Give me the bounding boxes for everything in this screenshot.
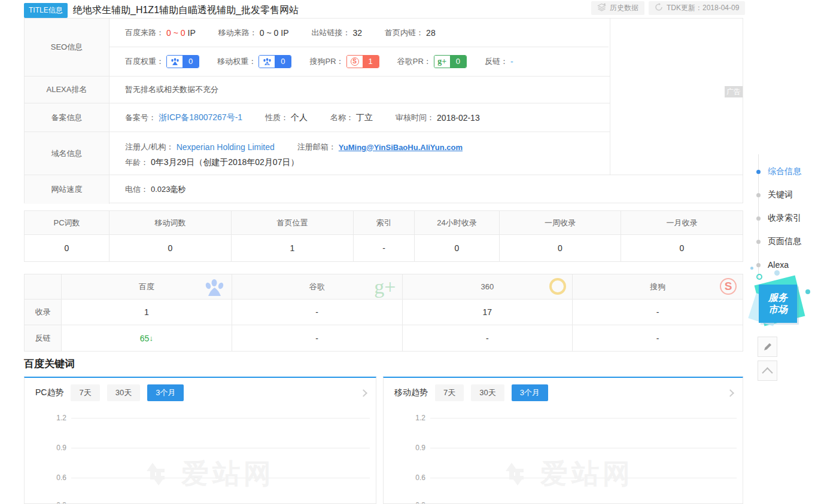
trend-down-icon: ↓ bbox=[149, 334, 153, 343]
site-speed-row: 网站速度 电信： 0.023毫秒 bbox=[25, 175, 743, 204]
mobile-range-3m-button[interactable]: 3个月 bbox=[512, 384, 548, 401]
svg-text:M: M bbox=[266, 62, 268, 66]
google-pr-badge[interactable]: g+ 0 bbox=[434, 55, 467, 68]
stats-value-cell: 0 bbox=[110, 235, 232, 261]
service-market-label: 服务 市场 bbox=[759, 285, 797, 323]
decorative-dot bbox=[750, 267, 753, 270]
site-speed-content: 电信： 0.023毫秒 bbox=[110, 175, 743, 204]
title-type-badge: TITLE信息 bbox=[24, 3, 68, 18]
stats-value-cell: 1 bbox=[232, 235, 354, 261]
engine-360-header: 360 bbox=[403, 274, 573, 299]
backlink-google-value: - bbox=[232, 325, 403, 351]
nav-item-alexa[interactable]: Alexa bbox=[755, 259, 789, 270]
mobile-trend-panel: 移动趋势 7天 30天 3个月 1.2 0.9 0.6 0.3 爱站网 bbox=[383, 377, 743, 504]
stats-header-cell: 24小时收录 bbox=[415, 211, 500, 234]
mobile-paw-icon: M bbox=[259, 56, 275, 68]
refresh-icon bbox=[655, 3, 663, 13]
engine-baidu-header: 百度 bbox=[62, 274, 232, 299]
icp-audit-time: 审核时间： 2018-02-13 bbox=[396, 112, 480, 123]
include-baidu-value: 1 bbox=[62, 300, 232, 325]
pc-range-30d-button[interactable]: 30天 bbox=[107, 384, 140, 401]
decorative-dot bbox=[756, 274, 762, 280]
google-plus-icon: g+ bbox=[374, 278, 396, 296]
mobile-trend-next-icon[interactable] bbox=[726, 389, 734, 397]
page-title: 绝地求生辅助_H1Z1辅助自瞄透视辅助_批发零售网站 bbox=[73, 4, 299, 17]
domain-info-content: 注册人/机构： Nexperian Holding Limited 注册邮箱： … bbox=[110, 132, 609, 175]
pc-trend-panel: PC趋势 7天 30天 3个月 1.2 0.9 0.6 0.3 爱站网 bbox=[24, 377, 376, 504]
backlink-360-value: - bbox=[403, 325, 573, 351]
sogou-pr-badge[interactable]: S 1 bbox=[346, 55, 379, 68]
backlink-baidu-value: 65 ↓ bbox=[62, 325, 232, 351]
baidu-weight-badge[interactable]: 0 bbox=[166, 55, 199, 68]
aizhan-logo-icon bbox=[497, 457, 532, 491]
mobile-weight: 移动权重： M 0 bbox=[217, 55, 291, 68]
include-sogou-value: - bbox=[573, 300, 743, 325]
gridline bbox=[430, 448, 737, 448]
engines-backlink-row: 反链 65 ↓ - - - bbox=[25, 325, 743, 351]
nav-item-overview[interactable]: 综合信息 bbox=[755, 166, 801, 177]
engine-sogou-header: 搜狗 S bbox=[573, 274, 743, 299]
stats-header-cell: 一周收录 bbox=[500, 211, 621, 234]
mobile-visits-value: 0 ~ 0 bbox=[260, 28, 279, 38]
engines-corner-cell bbox=[25, 274, 62, 299]
icp-number-link[interactable]: 浙ICP备18007267号-1 bbox=[159, 112, 242, 123]
gridline bbox=[430, 478, 737, 478]
engine-google-header: 谷歌 g+ bbox=[232, 274, 403, 299]
y-axis-tick: 1.2 bbox=[31, 414, 66, 422]
aizhan-logo-icon bbox=[138, 457, 173, 491]
include-row-label: 收录 bbox=[25, 300, 62, 325]
aizhan-watermark: 爱站网 bbox=[138, 456, 275, 493]
stats-header-row: PC词数 移动词数 首页位置 索引 24小时收录 一周收录 一月收录 bbox=[25, 211, 743, 235]
include-360-value: 17 bbox=[403, 300, 573, 325]
nav-item-index[interactable]: 收录索引 bbox=[755, 213, 801, 224]
nav-item-page-info[interactable]: 页面信息 bbox=[755, 236, 801, 247]
homepage-internal-links: 首页内链： 28 bbox=[385, 28, 436, 38]
domain-registrant-line: 注册人/机构： Nexperian Holding Limited 注册邮箱： … bbox=[125, 139, 609, 155]
stats-value-cell: 0 bbox=[25, 235, 110, 261]
outbound-links-value: 32 bbox=[353, 28, 363, 38]
site-info-table: SEO信息 百度来路： 0 ~ 0 IP 移动来路： 0 ~ 0 IP 出站链接… bbox=[24, 18, 743, 203]
decorative-dot bbox=[774, 270, 780, 276]
gridline bbox=[71, 478, 370, 478]
icp-name: 名称： 丁立 bbox=[330, 112, 373, 123]
stats-value-cell: 0 bbox=[415, 235, 500, 261]
icp-number: 备案号： 浙ICP备18007267号-1 bbox=[125, 112, 242, 123]
alexa-rank-content: 暂无排名或相关数据不充分 bbox=[110, 77, 609, 103]
domain-email-link[interactable]: YuMing@YinSiBaoHu.AliYun.com bbox=[339, 143, 463, 152]
tdk-update-button[interactable]: TDK更新：2018-04-09 bbox=[649, 1, 745, 15]
stats-value-cell: - bbox=[354, 235, 415, 261]
baidu-visits-value: 0 ~ 0 bbox=[166, 28, 185, 38]
mobile-range-30d-button[interactable]: 30天 bbox=[471, 384, 504, 401]
ad-placeholder-area: 广告 bbox=[610, 19, 743, 175]
stats-value-row: 0 0 1 - 0 0 0 bbox=[25, 235, 743, 261]
mobile-range-7d-button[interactable]: 7天 bbox=[435, 384, 464, 401]
stats-value-cell: 0 bbox=[621, 235, 743, 261]
domain-registrant-link[interactable]: Nexperian Holding Limited bbox=[177, 142, 275, 152]
pc-range-7d-button[interactable]: 7天 bbox=[71, 384, 99, 401]
baidu-visits: 百度来路： 0 ~ 0 IP bbox=[125, 28, 196, 38]
feedback-edit-button[interactable] bbox=[758, 337, 777, 357]
nav-dot-icon bbox=[756, 263, 761, 267]
mobile-weight-badge[interactable]: M 0 bbox=[259, 55, 291, 68]
chevron-up-icon bbox=[762, 367, 773, 378]
domain-age: 年龄： 0年3月29日（创建于2018年02月07日） bbox=[125, 157, 299, 168]
y-axis-tick: 0.3 bbox=[31, 501, 66, 504]
backlink-sogou-value: - bbox=[573, 325, 743, 351]
pc-trend-next-icon[interactable] bbox=[360, 389, 367, 397]
include-google-value: - bbox=[232, 300, 403, 325]
layers-icon bbox=[597, 3, 606, 13]
stats-header-cell: 一月收录 bbox=[621, 211, 743, 234]
nav-dot-icon bbox=[756, 216, 761, 221]
gridline bbox=[430, 418, 737, 419]
service-market-badge[interactable]: 服务 市场 bbox=[750, 270, 810, 336]
nav-dot-icon bbox=[756, 240, 761, 244]
pc-range-3m-button[interactable]: 3个月 bbox=[147, 384, 184, 401]
search-engines-table: 百度 谷歌 g+ 360 搜狗 S 收录 1 - 17 - bbox=[24, 274, 743, 352]
nav-item-keywords[interactable]: 关键词 bbox=[755, 190, 793, 200]
baidu-keywords-section-title: 百度关键词 bbox=[24, 357, 75, 371]
domain-info-label: 域名信息 bbox=[25, 132, 110, 175]
seo-rank-line: 百度权重： 0 移动权重： M bbox=[110, 47, 609, 76]
baidu-paw-icon bbox=[167, 56, 183, 68]
history-data-button[interactable]: 历史数据 bbox=[591, 1, 644, 15]
back-to-top-button[interactable] bbox=[758, 361, 777, 381]
